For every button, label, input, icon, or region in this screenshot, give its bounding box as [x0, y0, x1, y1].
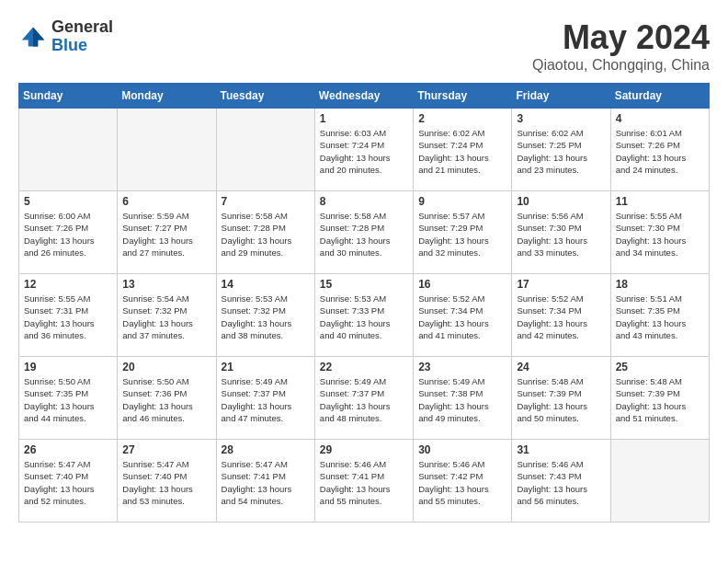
day-number: 16	[418, 278, 506, 291]
day-header-saturday: Saturday	[610, 84, 709, 109]
day-number: 27	[122, 443, 210, 456]
cell-info: Sunrise: 6:02 AM Sunset: 7:24 PM Dayligh…	[418, 127, 506, 176]
day-number: 24	[517, 361, 605, 373]
day-number: 30	[418, 443, 506, 456]
day-number: 12	[24, 278, 112, 291]
calendar-cell: 28Sunrise: 5:47 AM Sunset: 7:41 PM Dayli…	[216, 440, 314, 523]
week-row-1: 1Sunrise: 6:03 AM Sunset: 7:24 PM Daylig…	[19, 109, 710, 191]
day-header-friday: Friday	[512, 84, 610, 109]
day-number: 19	[24, 361, 112, 373]
header-row: SundayMondayTuesdayWednesdayThursdayFrid…	[19, 84, 710, 109]
cell-info: Sunrise: 5:55 AM Sunset: 7:31 PM Dayligh…	[24, 293, 112, 341]
calendar-cell: 24Sunrise: 5:48 AM Sunset: 7:39 PM Dayli…	[512, 357, 610, 440]
calendar-cell: 10Sunrise: 5:56 AM Sunset: 7:30 PM Dayli…	[512, 191, 610, 274]
calendar-cell: 16Sunrise: 5:52 AM Sunset: 7:34 PM Dayli…	[414, 274, 512, 357]
day-number: 28	[222, 443, 310, 456]
calendar-cell: 14Sunrise: 5:53 AM Sunset: 7:32 PM Dayli…	[216, 274, 314, 357]
cell-info: Sunrise: 5:52 AM Sunset: 7:34 PM Dayligh…	[418, 293, 506, 341]
cell-info: Sunrise: 5:57 AM Sunset: 7:29 PM Dayligh…	[418, 210, 506, 259]
calendar-cell: 2Sunrise: 6:02 AM Sunset: 7:24 PM Daylig…	[414, 109, 512, 191]
logo-text: General Blue	[51, 18, 113, 55]
calendar-cell: 3Sunrise: 6:02 AM Sunset: 7:25 PM Daylig…	[512, 109, 610, 191]
day-number: 22	[320, 361, 408, 373]
cell-info: Sunrise: 5:47 AM Sunset: 7:40 PM Dayligh…	[122, 458, 210, 507]
day-header-thursday: Thursday	[414, 84, 512, 109]
title-block: May 2024 Qiaotou, Chongqing, China	[532, 18, 710, 74]
cell-info: Sunrise: 6:02 AM Sunset: 7:25 PM Dayligh…	[517, 127, 605, 176]
calendar-cell: 18Sunrise: 5:51 AM Sunset: 7:35 PM Dayli…	[610, 274, 709, 357]
calendar-cell: 11Sunrise: 5:55 AM Sunset: 7:30 PM Dayli…	[610, 191, 709, 274]
cell-info: Sunrise: 5:58 AM Sunset: 7:28 PM Dayligh…	[320, 210, 408, 259]
cell-info: Sunrise: 5:59 AM Sunset: 7:27 PM Dayligh…	[122, 210, 210, 259]
cell-info: Sunrise: 6:01 AM Sunset: 7:26 PM Dayligh…	[616, 127, 704, 176]
calendar-cell: 15Sunrise: 5:53 AM Sunset: 7:33 PM Dayli…	[314, 274, 413, 357]
calendar-cell	[216, 109, 314, 191]
cell-info: Sunrise: 5:50 AM Sunset: 7:36 PM Dayligh…	[122, 375, 210, 424]
cell-info: Sunrise: 5:50 AM Sunset: 7:35 PM Dayligh…	[24, 375, 112, 424]
calendar-cell: 8Sunrise: 5:58 AM Sunset: 7:28 PM Daylig…	[314, 191, 413, 274]
cell-info: Sunrise: 5:47 AM Sunset: 7:41 PM Dayligh…	[222, 458, 310, 507]
cell-info: Sunrise: 5:46 AM Sunset: 7:42 PM Dayligh…	[418, 458, 506, 507]
day-number: 10	[517, 195, 605, 208]
day-number: 4	[616, 112, 704, 125]
calendar-cell: 17Sunrise: 5:52 AM Sunset: 7:34 PM Dayli…	[512, 274, 610, 357]
day-number: 26	[24, 443, 112, 456]
week-row-3: 12Sunrise: 5:55 AM Sunset: 7:31 PM Dayli…	[19, 274, 710, 357]
month-title: May 2024	[532, 18, 710, 57]
cell-info: Sunrise: 5:46 AM Sunset: 7:41 PM Dayligh…	[320, 458, 408, 507]
calendar-cell: 31Sunrise: 5:46 AM Sunset: 7:43 PM Dayli…	[512, 440, 610, 523]
day-number: 1	[320, 112, 408, 125]
day-number: 29	[320, 443, 408, 456]
day-number: 9	[418, 195, 506, 208]
calendar-cell: 1Sunrise: 6:03 AM Sunset: 7:24 PM Daylig…	[314, 109, 413, 191]
calendar-cell: 7Sunrise: 5:58 AM Sunset: 7:28 PM Daylig…	[216, 191, 314, 274]
cell-info: Sunrise: 5:51 AM Sunset: 7:35 PM Dayligh…	[616, 293, 704, 341]
cell-info: Sunrise: 6:00 AM Sunset: 7:26 PM Dayligh…	[24, 210, 112, 259]
logo-icon	[18, 24, 48, 50]
cell-info: Sunrise: 5:49 AM Sunset: 7:37 PM Dayligh…	[320, 375, 408, 424]
day-number: 8	[320, 195, 408, 208]
day-number: 13	[122, 278, 210, 291]
calendar-cell: 27Sunrise: 5:47 AM Sunset: 7:40 PM Dayli…	[118, 440, 216, 523]
cell-info: Sunrise: 5:49 AM Sunset: 7:37 PM Dayligh…	[222, 375, 310, 424]
day-header-sunday: Sunday	[19, 84, 118, 109]
cell-info: Sunrise: 5:56 AM Sunset: 7:30 PM Dayligh…	[517, 210, 605, 259]
day-number: 20	[122, 361, 210, 373]
week-row-2: 5Sunrise: 6:00 AM Sunset: 7:26 PM Daylig…	[19, 191, 710, 274]
day-number: 17	[517, 278, 605, 291]
day-number: 21	[222, 361, 310, 373]
cell-info: Sunrise: 5:47 AM Sunset: 7:40 PM Dayligh…	[24, 458, 112, 507]
calendar-cell: 23Sunrise: 5:49 AM Sunset: 7:38 PM Dayli…	[414, 357, 512, 440]
calendar-cell: 30Sunrise: 5:46 AM Sunset: 7:42 PM Dayli…	[414, 440, 512, 523]
cell-info: Sunrise: 6:03 AM Sunset: 7:24 PM Dayligh…	[320, 127, 408, 176]
calendar-cell: 29Sunrise: 5:46 AM Sunset: 7:41 PM Dayli…	[314, 440, 413, 523]
cell-info: Sunrise: 5:48 AM Sunset: 7:39 PM Dayligh…	[616, 375, 704, 424]
calendar-cell: 9Sunrise: 5:57 AM Sunset: 7:29 PM Daylig…	[414, 191, 512, 274]
calendar-cell: 20Sunrise: 5:50 AM Sunset: 7:36 PM Dayli…	[118, 357, 216, 440]
day-header-wednesday: Wednesday	[314, 84, 413, 109]
cell-info: Sunrise: 5:52 AM Sunset: 7:34 PM Dayligh…	[517, 293, 605, 341]
page-header: General Blue May 2024 Qiaotou, Chongqing…	[18, 18, 710, 74]
calendar-cell: 25Sunrise: 5:48 AM Sunset: 7:39 PM Dayli…	[610, 357, 709, 440]
location: Qiaotou, Chongqing, China	[532, 57, 710, 74]
day-number: 5	[24, 195, 112, 208]
day-number: 31	[517, 443, 605, 456]
cell-info: Sunrise: 5:54 AM Sunset: 7:32 PM Dayligh…	[122, 293, 210, 341]
calendar-cell: 4Sunrise: 6:01 AM Sunset: 7:26 PM Daylig…	[610, 109, 709, 191]
calendar-cell: 26Sunrise: 5:47 AM Sunset: 7:40 PM Dayli…	[19, 440, 118, 523]
week-row-5: 26Sunrise: 5:47 AM Sunset: 7:40 PM Dayli…	[19, 440, 710, 523]
cell-info: Sunrise: 5:53 AM Sunset: 7:33 PM Dayligh…	[320, 293, 408, 341]
calendar-cell: 6Sunrise: 5:59 AM Sunset: 7:27 PM Daylig…	[118, 191, 216, 274]
calendar-cell	[118, 109, 216, 191]
calendar-cell	[610, 440, 709, 523]
day-number: 3	[517, 112, 605, 125]
cell-info: Sunrise: 5:53 AM Sunset: 7:32 PM Dayligh…	[222, 293, 310, 341]
day-number: 14	[222, 278, 310, 291]
calendar-table: SundayMondayTuesdayWednesdayThursdayFrid…	[18, 83, 710, 523]
day-number: 23	[418, 361, 506, 373]
calendar-cell	[19, 109, 118, 191]
day-number: 15	[320, 278, 408, 291]
cell-info: Sunrise: 5:55 AM Sunset: 7:30 PM Dayligh…	[616, 210, 704, 259]
calendar-cell: 5Sunrise: 6:00 AM Sunset: 7:26 PM Daylig…	[19, 191, 118, 274]
day-number: 18	[616, 278, 704, 291]
